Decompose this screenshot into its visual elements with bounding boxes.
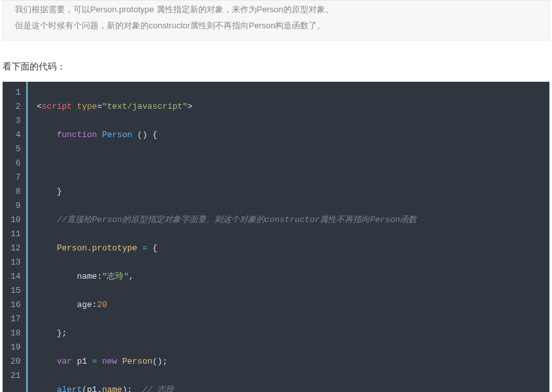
note-line-2: 但是这个时候有个问题，新的对象的constructor属性则不再指向Person… <box>15 18 537 34</box>
line-number: 17 <box>6 312 21 326</box>
line-number: 2 <box>6 100 21 114</box>
line-number: 6 <box>6 156 21 171</box>
section-heading: 看下面的代码： <box>3 61 549 73</box>
line-number: 8 <box>6 185 21 199</box>
line-number-gutter: 1 2 3 4 5 6 7 8 9 10 11 12 13 14 15 16 1… <box>3 82 26 392</box>
line-number: 21 <box>6 369 21 383</box>
code-line <box>37 156 542 171</box>
line-number: 1 <box>6 86 21 100</box>
code-line: Person.prototype = { <box>37 241 542 256</box>
line-number: 12 <box>6 241 21 256</box>
line-number: 9 <box>6 199 21 213</box>
line-number: 10 <box>6 213 21 227</box>
line-number: 4 <box>6 128 21 142</box>
line-number: 16 <box>6 298 21 312</box>
code-block: 1 2 3 4 5 6 7 8 9 10 11 12 13 14 15 16 1… <box>3 82 549 392</box>
code-line: var p1 = new Person(); <box>37 355 542 369</box>
code-line: } <box>37 185 542 199</box>
code-line: name:"志玲", <box>37 270 542 284</box>
code-line: alert(p1.name); // 志玲 <box>37 383 542 392</box>
code-line: function Person () { <box>37 128 542 142</box>
line-number: 14 <box>6 270 21 284</box>
line-number: 18 <box>6 326 21 341</box>
line-number: 11 <box>6 227 21 241</box>
code-line: <script type="text/javascript"> <box>37 100 542 114</box>
line-number: 15 <box>6 284 21 298</box>
line-number: 5 <box>6 142 21 156</box>
code-line: //直接给Person的原型指定对象字面量。则这个对象的constructor属… <box>37 213 542 227</box>
line-number: 13 <box>6 256 21 270</box>
code-line: age:20 <box>37 298 542 312</box>
code-line: }; <box>37 326 542 341</box>
line-number: 19 <box>6 341 21 355</box>
code-content: <script type="text/javascript"> function… <box>26 82 549 392</box>
note-box: 我们根据需要，可以Person.prototype 属性指定新的对象，来作为Pe… <box>3 0 549 41</box>
line-number: 7 <box>6 171 21 185</box>
note-line-1: 我们根据需要，可以Person.prototype 属性指定新的对象，来作为Pe… <box>15 2 537 18</box>
line-number: 3 <box>6 114 21 128</box>
line-number: 20 <box>6 355 21 369</box>
